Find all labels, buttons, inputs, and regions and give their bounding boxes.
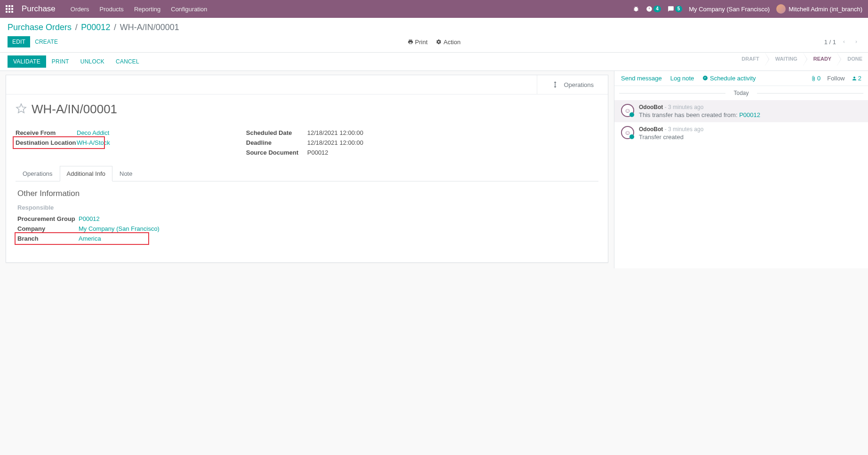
company-label: Company <box>17 225 79 232</box>
pager: 1 / 1 <box>824 38 860 47</box>
top-nav: Purchase Orders Products Reporting Confi… <box>0 0 868 18</box>
attachments-button[interactable]: 0 <box>811 75 820 82</box>
tab-operations[interactable]: Operations <box>16 166 60 181</box>
chatter: Send message Log note Schedule activity … <box>614 71 868 268</box>
scheduled-date-value: 12/18/2021 12:00:00 <box>307 129 363 136</box>
message-item: ☺ OdooBot - 3 minutes ago Transfer creat… <box>614 122 868 144</box>
messaging-icon[interactable]: 5 <box>668 6 683 12</box>
followers-button[interactable]: 2 <box>852 75 861 82</box>
activity-badge: 4 <box>653 6 661 12</box>
message-author: OdooBot <box>639 126 663 133</box>
debug-icon[interactable] <box>633 6 639 12</box>
favorite-toggle[interactable] <box>16 103 27 116</box>
breadcrumb-root[interactable]: Purchase Orders <box>8 23 72 32</box>
print-button[interactable]: Print <box>407 39 428 46</box>
app-title[interactable]: Purchase <box>22 4 56 14</box>
step-draft[interactable]: DRAFT <box>735 53 764 71</box>
activity-icon[interactable]: 4 <box>646 6 661 12</box>
user-avatar-icon <box>776 4 786 14</box>
menu-configuration[interactable]: Configuration <box>171 6 207 13</box>
step-ready[interactable]: READY <box>803 53 837 71</box>
scheduled-date-label: Scheduled Date <box>246 129 307 136</box>
source-document-value: P00012 <box>307 149 328 156</box>
log-note-button[interactable]: Log note <box>670 75 694 82</box>
breadcrumb-current: WH-A/IN/00001 <box>120 23 179 32</box>
step-waiting[interactable]: WAITING <box>765 53 803 71</box>
message-link[interactable]: P00012 <box>739 111 760 118</box>
star-icon <box>16 103 27 114</box>
operations-stat-button[interactable]: Operations <box>537 75 608 94</box>
destination-location-value[interactable]: WH-A/Stock <box>77 139 110 146</box>
breadcrumb-parent[interactable]: P00012 <box>81 23 110 32</box>
message-item: ☺ OdooBot - 3 minutes ago This transfer … <box>614 100 868 122</box>
menu-orders[interactable]: Orders <box>71 6 89 13</box>
clock-icon <box>702 75 708 81</box>
cancel-button[interactable]: CANCEL <box>110 55 145 68</box>
arrows-vertical-icon <box>551 81 559 88</box>
chevron-left-icon <box>842 39 846 44</box>
user-menu[interactable]: Mitchell Admin (int_branch) <box>776 4 862 14</box>
create-button[interactable]: CREATE <box>30 36 63 47</box>
company-value[interactable]: My Company (San Francisco) <box>79 225 159 232</box>
deadline-value: 12/18/2021 12:00:00 <box>307 139 363 146</box>
step-done[interactable]: DONE <box>837 53 868 71</box>
responsible-label: Responsible <box>17 204 234 211</box>
date-separator: Today <box>614 86 868 100</box>
send-message-button[interactable]: Send message <box>621 75 662 82</box>
message-time: - 3 minutes ago <box>665 104 704 110</box>
destination-location-label: Destination Location <box>16 139 77 146</box>
menu-products[interactable]: Products <box>100 6 124 13</box>
receive-from-label: Receive From <box>16 129 77 136</box>
message-time: - 3 minutes ago <box>665 126 704 133</box>
print-icon <box>407 39 413 45</box>
tabs: Operations Additional Info Note <box>16 166 598 181</box>
pager-next[interactable] <box>852 38 860 47</box>
other-info-heading: Other Information <box>17 189 597 198</box>
action-dropdown[interactable]: Action <box>436 39 461 46</box>
message-author: OdooBot <box>639 104 663 110</box>
branch-label: Branch <box>17 235 79 242</box>
breadcrumb: Purchase Orders / P00012 / WH-A/IN/00001 <box>0 18 868 34</box>
user-name: Mitchell Admin (int_branch) <box>788 6 862 13</box>
bot-avatar-icon: ☺ <box>621 126 634 139</box>
attachment-icon <box>811 76 816 81</box>
follow-button[interactable]: Follow <box>827 75 845 82</box>
pager-prev[interactable] <box>840 38 848 47</box>
deadline-label: Deadline <box>246 139 307 146</box>
branch-value[interactable]: America <box>79 235 101 242</box>
apps-icon[interactable] <box>6 5 13 13</box>
source-document-label: Source Document <box>246 149 307 156</box>
validate-button[interactable]: VALIDATE <box>8 55 46 68</box>
edit-button[interactable]: EDIT <box>8 36 30 47</box>
chevron-right-icon <box>854 39 859 44</box>
record-title: WH-A/IN/00001 <box>32 102 117 117</box>
receive-from-value[interactable]: Deco Addict <box>77 129 109 136</box>
unlock-button[interactable]: UNLOCK <box>75 55 110 68</box>
tab-note[interactable]: Note <box>112 166 139 181</box>
gear-icon <box>436 39 442 45</box>
bot-avatar-icon: ☺ <box>621 104 634 117</box>
pager-count: 1 / 1 <box>824 39 836 46</box>
menu-reporting[interactable]: Reporting <box>134 6 160 13</box>
status-bar: DRAFT WAITING READY DONE <box>735 53 868 71</box>
print-status-button[interactable]: PRINT <box>46 55 75 68</box>
company-selector[interactable]: My Company (San Francisco) <box>689 6 770 13</box>
user-icon <box>852 76 857 81</box>
tab-additional-info[interactable]: Additional Info <box>60 166 112 181</box>
messaging-badge: 5 <box>675 6 683 12</box>
form-sheet: Operations WH-A/IN/00001 Receive From De… <box>6 75 608 263</box>
procurement-group-value[interactable]: P00012 <box>79 215 100 222</box>
procurement-group-label: Procurement Group <box>17 215 79 222</box>
schedule-activity-button[interactable]: Schedule activity <box>702 75 756 82</box>
